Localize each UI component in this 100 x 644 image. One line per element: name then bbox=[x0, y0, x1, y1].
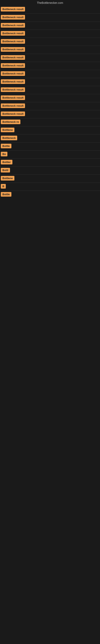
bottleneck-result-badge[interactable]: Bottleneck result bbox=[1, 39, 25, 44]
list-item: Bottleneck result bbox=[0, 78, 100, 86]
bottleneck-result-badge[interactable]: Bottleneck result bbox=[1, 23, 25, 28]
bottleneck-result-badge[interactable]: Bo bbox=[1, 152, 7, 156]
bottleneck-result-badge[interactable]: Bottleneck result bbox=[1, 31, 25, 36]
list-item: Bottleneck result bbox=[0, 6, 100, 14]
bottleneck-result-badge[interactable]: Bottler bbox=[1, 160, 12, 164]
bottleneck-result-badge[interactable]: Bottleneck result bbox=[1, 47, 25, 52]
bottleneck-result-badge[interactable]: Bottlene bbox=[1, 128, 14, 132]
list-item: Bo bbox=[0, 150, 100, 158]
list-item: Bottleneck result bbox=[0, 62, 100, 70]
list-item: Bottleneck result bbox=[0, 70, 100, 78]
bottleneck-result-badge[interactable]: Bottleneck bbox=[1, 136, 17, 140]
list-item: Bottleneck result bbox=[0, 38, 100, 46]
bottleneck-result-badge[interactable]: Bottle bbox=[1, 192, 11, 196]
list-item: Bottleneck result bbox=[0, 54, 100, 62]
list-item: Bottleneck result bbox=[0, 22, 100, 30]
bottleneck-result-badge[interactable]: Bottleneck result bbox=[1, 63, 25, 68]
bottleneck-result-badge[interactable]: Bottlene bbox=[1, 176, 14, 180]
list-item: Bottl bbox=[0, 167, 100, 174]
list-item: Bottleneck result bbox=[0, 110, 100, 118]
bottleneck-result-badge[interactable]: Bottl bbox=[1, 168, 10, 172]
list-item: Bottleneck result bbox=[0, 86, 100, 94]
list-item: Bottleneck result bbox=[0, 30, 100, 38]
bottleneck-result-badge[interactable]: Bottle bbox=[1, 144, 11, 148]
list-item: Bottleneck bbox=[0, 134, 100, 142]
list-item: Bottleneck re bbox=[0, 118, 100, 126]
bottleneck-result-badge[interactable]: Bottleneck result bbox=[1, 87, 25, 92]
bottleneck-result-badge[interactable]: Bottleneck result bbox=[1, 7, 25, 12]
list-item: Bottle bbox=[0, 142, 100, 150]
list-item: Bottle bbox=[0, 191, 100, 199]
site-title: TheBottlenecker.com bbox=[0, 0, 100, 6]
bottleneck-result-badge[interactable]: Bottleneck re bbox=[1, 120, 20, 124]
bottleneck-result-badge[interactable]: B bbox=[1, 184, 6, 188]
bottleneck-result-badge[interactable]: Bottleneck result bbox=[1, 15, 25, 20]
list-item: Bottler bbox=[0, 158, 100, 166]
bottleneck-result-badge[interactable]: Bottleneck result bbox=[1, 112, 25, 116]
page-wrapper: TheBottlenecker.com Bottleneck resultBot… bbox=[0, 0, 100, 199]
bottleneck-result-badge[interactable]: Bottleneck result bbox=[1, 104, 25, 108]
list-item: Bottleneck result bbox=[0, 46, 100, 54]
list-item: B bbox=[0, 183, 100, 190]
list-item: Bottleneck result bbox=[0, 14, 100, 22]
list-item: Bottleneck result bbox=[0, 94, 100, 102]
site-title-row: TheBottlenecker.com bbox=[0, 0, 100, 6]
bottleneck-result-badge[interactable]: Bottleneck result bbox=[1, 71, 25, 76]
list-item: Bottlene bbox=[0, 126, 100, 134]
bottleneck-result-badge[interactable]: Bottleneck result bbox=[1, 55, 25, 60]
bottleneck-result-badge[interactable]: Bottleneck result bbox=[1, 79, 25, 84]
badge-list: Bottleneck resultBottleneck resultBottle… bbox=[0, 6, 100, 199]
list-item: Bottleneck result bbox=[0, 102, 100, 110]
list-item: Bottlene bbox=[0, 175, 100, 182]
bottleneck-result-badge[interactable]: Bottleneck result bbox=[1, 96, 25, 100]
